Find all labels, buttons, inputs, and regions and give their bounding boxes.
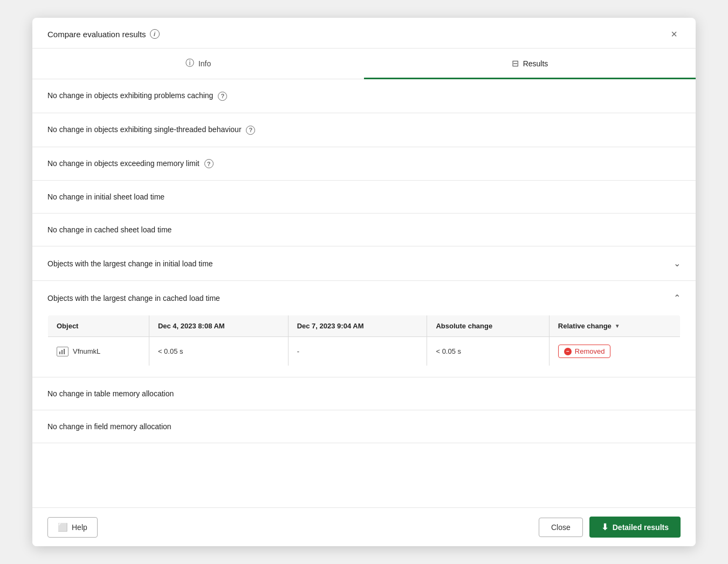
svg-rect-0 [59, 352, 60, 354]
object-chart-icon [57, 347, 68, 356]
cell-date1: < 0.05 s [149, 337, 288, 366]
help-button[interactable]: ⬜ Help [47, 517, 98, 538]
download-icon: ⬇ [601, 522, 608, 532]
chevron-up-icon: ⌃ [674, 293, 681, 303]
removed-badge: – Removed [558, 345, 611, 358]
section-single-threaded[interactable]: No change in objects exhibiting single-t… [32, 113, 696, 147]
dialog-content: No change in objects exhibiting problems… [32, 79, 696, 507]
svg-rect-2 [64, 349, 65, 354]
help-label: Help [72, 523, 87, 532]
tab-results[interactable]: ⊟ Results [364, 49, 696, 79]
section-table-memory[interactable]: No change in table memory allocation [32, 377, 696, 410]
tab-info[interactable]: ⓘ Info [32, 49, 364, 79]
col-object: Object [48, 315, 149, 337]
removed-dot-icon: – [564, 348, 572, 355]
section-largest-cached-label: Objects with the largest change in cache… [47, 294, 220, 302]
dialog-title: Compare evaluation results i [47, 29, 160, 39]
cell-date2: - [288, 337, 427, 366]
title-info-icon[interactable]: i [150, 29, 160, 39]
section-largest-initial[interactable]: Objects with the largest change in initi… [32, 246, 696, 281]
col-absolute: Absolute change [427, 315, 549, 337]
section-cached-load-label: No change in cached sheet load time [47, 225, 171, 234]
removed-label: Removed [575, 347, 605, 355]
dialog-header: Compare evaluation results i × [32, 18, 696, 49]
cached-load-table: Object Dec 4, 2023 8:08 AM Dec 7, 2023 9… [47, 315, 681, 366]
cell-relative: – Removed [549, 337, 680, 366]
section-field-memory-label: No change in field memory allocation [47, 422, 171, 431]
col-date2: Dec 7, 2023 9:04 AM [288, 315, 427, 337]
section-memory-limit-label: No change in objects exceeding memory li… [47, 159, 214, 169]
sort-desc-icon: ▼ [615, 323, 620, 329]
tab-results-label: Results [523, 59, 548, 68]
section-memory-limit[interactable]: No change in objects exceeding memory li… [32, 147, 696, 181]
table-row: VfnumkL < 0.05 s - < 0.05 s – Removed [48, 337, 681, 366]
title-text: Compare evaluation results [47, 30, 146, 39]
section-initial-load[interactable]: No change in initial sheet load time [32, 181, 696, 214]
section-largest-initial-label: Objects with the largest change in initi… [47, 259, 213, 268]
close-button[interactable]: Close [539, 518, 583, 537]
object-name: VfnumkL [73, 347, 100, 355]
results-tab-icon: ⊟ [512, 58, 519, 68]
section-largest-cached: Objects with the largest change in cache… [32, 281, 696, 377]
detailed-results-label: Detailed results [613, 523, 669, 532]
info-tab-icon: ⓘ [186, 58, 194, 69]
help-external-link-icon: ⬜ [58, 522, 68, 532]
problems-caching-help-icon[interactable]: ? [218, 92, 227, 101]
cell-object: VfnumkL [48, 337, 149, 366]
section-initial-load-label: No change in initial sheet load time [47, 192, 164, 201]
cached-load-table-container: Object Dec 4, 2023 8:08 AM Dec 7, 2023 9… [32, 315, 696, 377]
dialog-footer: ⬜ Help Close ⬇ Detailed results [32, 507, 696, 546]
section-cached-load[interactable]: No change in cached sheet load time [32, 214, 696, 246]
section-field-memory[interactable]: No change in field memory allocation [32, 410, 696, 443]
compare-evaluation-dialog: Compare evaluation results i × ⓘ Info ⊟ … [32, 18, 696, 546]
svg-rect-1 [61, 350, 63, 354]
footer-actions: Close ⬇ Detailed results [539, 517, 681, 538]
tabs-bar: ⓘ Info ⊟ Results [32, 49, 696, 79]
section-table-memory-label: No change in table memory allocation [47, 389, 174, 398]
chevron-down-icon: ⌄ [674, 258, 681, 269]
col-date1: Dec 4, 2023 8:08 AM [149, 315, 288, 337]
section-problems-caching-label: No change in objects exhibiting problems… [47, 91, 227, 101]
section-problems-caching[interactable]: No change in objects exhibiting problems… [32, 79, 696, 113]
cell-absolute: < 0.05 s [427, 337, 549, 366]
col-relative[interactable]: Relative change ▼ [549, 315, 680, 337]
section-largest-cached-header[interactable]: Objects with the largest change in cache… [32, 281, 696, 315]
section-single-threaded-label: No change in objects exhibiting single-t… [47, 125, 255, 135]
memory-limit-help-icon[interactable]: ? [204, 159, 214, 168]
single-threaded-help-icon[interactable]: ? [246, 126, 255, 135]
tab-info-label: Info [198, 59, 211, 68]
close-icon[interactable]: × [668, 27, 681, 40]
detailed-results-button[interactable]: ⬇ Detailed results [589, 517, 681, 538]
